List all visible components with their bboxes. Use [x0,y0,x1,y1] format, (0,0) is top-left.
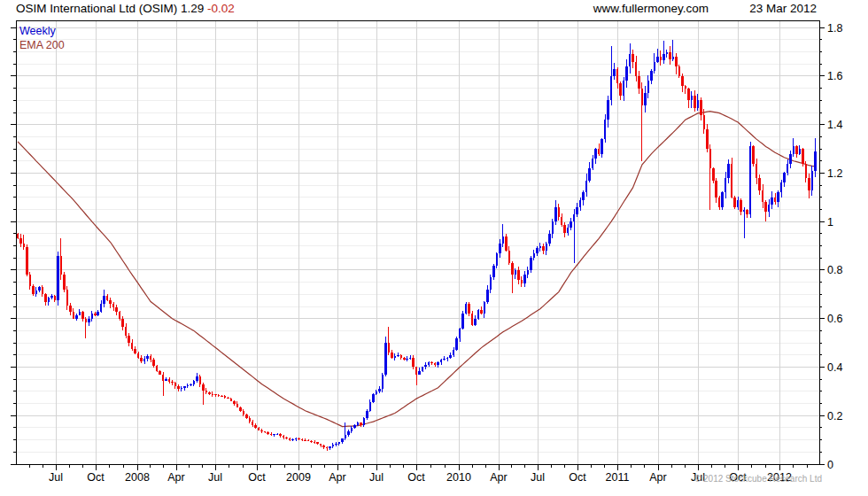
y-tick-label: 1.6 [827,70,842,82]
x-tick-label: 2009 [286,471,311,484]
x-tick-label: Apr [649,471,666,484]
y-tick-label: 1.2 [827,167,842,180]
x-tick-label: Oct [569,471,586,484]
x-tick-label: Apr [329,471,345,484]
fullermoney-chart-page: OSIM International Ltd (OSIM) 1.29 -0.02… [0,0,868,496]
y-tick-label: 1.8 [827,22,842,35]
y-tick-label: 0.6 [827,313,842,325]
chart-legend: Weekly EMA 200 [19,24,65,52]
y-tick-label: 0 [827,459,833,471]
x-tick-label: 2010 [446,471,471,484]
y-tick-label: 1.4 [827,119,842,131]
x-axis: JulOct2008AprJulOct2009AprJulOct2010AprJ… [29,464,807,484]
x-tick-label: Oct [248,471,266,484]
x-tick-label: Jul [369,471,384,484]
candlestick-chart: 00.20.40.60.811.21.41.61.8JulOct2008AprJ… [0,0,868,496]
y-tick-label: 0.2 [827,410,842,422]
x-tick-label: Oct [87,471,105,484]
x-tick-label: Apr [167,471,184,484]
x-tick-label: Jul [531,471,545,484]
y-tick-label: 0.4 [827,361,842,374]
x-tick-label: Jul [49,471,63,484]
x-tick-label: Jul [208,471,222,484]
x-tick-label: 2008 [125,471,150,484]
legend-ema-200: EMA 200 [19,38,65,52]
copyright-text: © 2012 Stockcube Research Ltd [694,474,822,484]
x-tick-label: 2011 [606,471,630,484]
x-tick-label: Oct [407,471,425,484]
legend-timeframe: Weekly [19,24,65,38]
x-tick-label: Apr [490,471,507,484]
y-tick-label: 1 [827,216,833,229]
y-tick-label: 0.8 [827,264,842,276]
